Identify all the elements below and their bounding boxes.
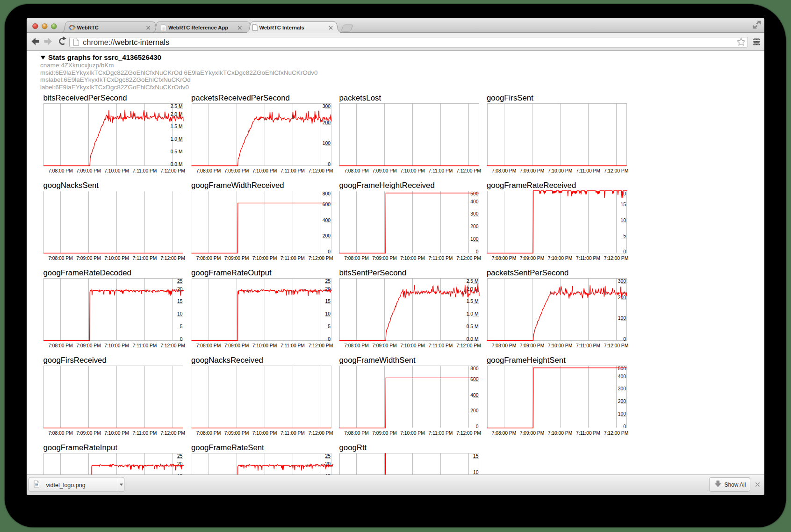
svg-text:0: 0 (476, 249, 479, 254)
svg-text:googFrameWidthSent: googFrameWidthSent (339, 356, 416, 365)
svg-text:500: 500 (618, 366, 626, 371)
svg-text:packetsSentPerSecond: packetsSentPerSecond (487, 268, 568, 277)
svg-text:7:10:00 PM: 7:10:00 PM (400, 343, 425, 348)
svg-text:7:10:00 PM: 7:10:00 PM (548, 431, 573, 436)
svg-text:googFrameHeightSent: googFrameHeightSent (487, 356, 566, 365)
svg-text:7:08:00 PM: 7:08:00 PM (492, 343, 517, 348)
svg-text:100: 100 (618, 316, 626, 321)
svg-text:200: 200 (470, 408, 478, 413)
svg-text:7:11:00 PM: 7:11:00 PM (133, 343, 157, 348)
svg-text:400: 400 (323, 217, 331, 223)
svg-text:7:08:00 PM: 7:08:00 PM (492, 168, 517, 173)
svg-text:7:09:00 PM: 7:09:00 PM (372, 343, 397, 348)
svg-text:googFrameRateReceived: googFrameRateReceived (487, 181, 576, 190)
svg-text:500: 500 (470, 191, 478, 196)
svg-text:0: 0 (328, 336, 331, 341)
svg-text:400: 400 (470, 392, 478, 397)
svg-text:25: 25 (325, 279, 331, 284)
svg-text:300: 300 (618, 279, 626, 284)
svg-text:7:11:00 PM: 7:11:00 PM (280, 256, 305, 261)
svg-text:15: 15 (177, 299, 183, 304)
svg-text:7:09:00 PM: 7:09:00 PM (520, 256, 545, 261)
svg-text:googNacksSent: googNacksSent (43, 181, 99, 190)
svg-text:WebRTC Reference App: WebRTC Reference App (168, 25, 228, 30)
svg-text:0: 0 (623, 336, 626, 341)
svg-text:7:12:00 PM: 7:12:00 PM (160, 256, 185, 261)
svg-text:googNacksReceived: googNacksReceived (191, 356, 263, 365)
svg-text:7:12:00 PM: 7:12:00 PM (604, 256, 629, 261)
svg-text:7:09:00 PM: 7:09:00 PM (224, 168, 249, 173)
svg-text:1.0 M: 1.0 M (171, 137, 183, 142)
svg-text:7:08:00 PM: 7:08:00 PM (48, 431, 73, 436)
svg-text:Stats graphs for ssrc_41365264: Stats graphs for ssrc_4136526430 (48, 53, 161, 61)
svg-text:200: 200 (618, 399, 626, 404)
svg-text:mslabel:6E9laEYkyxIkTCxDgc82ZG: mslabel:6E9laEYkyxIkTCxDgc82ZGoEhlCfxNuC… (40, 76, 191, 83)
svg-text:7:12:00 PM: 7:12:00 PM (604, 431, 629, 436)
svg-text:googFrameWidthReceived: googFrameWidthReceived (191, 181, 284, 190)
svg-text:cname:4ZXkrucxjuzp/bKm: cname:4ZXkrucxjuzp/bKm (40, 62, 114, 69)
svg-text:7:08:00 PM: 7:08:00 PM (196, 256, 221, 261)
svg-text:7:10:00 PM: 7:10:00 PM (104, 431, 129, 436)
svg-text:10: 10 (473, 469, 479, 474)
svg-text:2.5 M: 2.5 M (171, 104, 183, 109)
svg-text:7:12:00 PM: 7:12:00 PM (456, 431, 481, 436)
svg-text:7:10:00 PM: 7:10:00 PM (104, 168, 129, 173)
svg-text:10: 10 (325, 311, 331, 316)
svg-text:googFirsSent: googFirsSent (487, 93, 533, 102)
svg-text:7:08:00 PM: 7:08:00 PM (344, 431, 369, 436)
svg-text:7:11:00 PM: 7:11:00 PM (133, 168, 157, 173)
svg-text:5: 5 (328, 324, 331, 329)
svg-text:Show All: Show All (724, 482, 746, 488)
svg-text:25: 25 (177, 279, 183, 284)
svg-text:7:09:00 PM: 7:09:00 PM (520, 343, 545, 348)
svg-text:7:12:00 PM: 7:12:00 PM (604, 168, 629, 173)
svg-text:100: 100 (470, 237, 478, 242)
svg-text:7:08:00 PM: 7:08:00 PM (344, 343, 369, 348)
svg-text:25: 25 (325, 453, 331, 459)
svg-text:7:10:00 PM: 7:10:00 PM (252, 168, 277, 173)
svg-text:googFrameRateSent: googFrameRateSent (191, 443, 264, 452)
svg-text:0: 0 (180, 336, 183, 341)
svg-text:1.0 M: 1.0 M (467, 311, 479, 316)
svg-text:300: 300 (618, 386, 626, 391)
svg-text:googFrameRateOutput: googFrameRateOutput (191, 268, 272, 277)
svg-text:WebRTC Internals: WebRTC Internals (259, 25, 304, 30)
svg-text:15: 15 (325, 299, 331, 304)
svg-text:7:08:00 PM: 7:08:00 PM (48, 343, 73, 348)
svg-text:1.5 M: 1.5 M (467, 299, 479, 304)
svg-text:7:10:00 PM: 7:10:00 PM (548, 343, 573, 348)
svg-text:7:08:00 PM: 7:08:00 PM (492, 431, 517, 436)
svg-text:800: 800 (323, 191, 331, 196)
svg-text:400: 400 (470, 199, 478, 204)
svg-text:7:10:00 PM: 7:10:00 PM (252, 343, 277, 348)
svg-text:0.0 M: 0.0 M (467, 336, 479, 341)
svg-text:7:10:00 PM: 7:10:00 PM (104, 256, 129, 261)
svg-text:0: 0 (328, 249, 331, 254)
svg-text:packetsReceivedPerSecond: packetsReceivedPerSecond (191, 93, 290, 102)
svg-text:7:09:00 PM: 7:09:00 PM (224, 256, 249, 261)
svg-text:15: 15 (473, 453, 479, 459)
svg-text:0: 0 (328, 161, 331, 166)
svg-text:7:11:00 PM: 7:11:00 PM (429, 343, 453, 348)
svg-text:0: 0 (623, 249, 626, 254)
svg-text:7:09:00 PM: 7:09:00 PM (224, 431, 249, 436)
svg-text:1.5 M: 1.5 M (171, 124, 183, 129)
svg-text:7:12:00 PM: 7:12:00 PM (160, 343, 185, 348)
svg-text:vidtel_logo.png: vidtel_logo.png (46, 482, 86, 488)
svg-text:10: 10 (621, 217, 626, 223)
svg-text:bitsReceivedPerSecond: bitsReceivedPerSecond (43, 93, 127, 102)
svg-text:7:08:00 PM: 7:08:00 PM (492, 256, 517, 261)
svg-text:200: 200 (323, 233, 331, 238)
svg-text:100: 100 (323, 141, 331, 146)
svg-text:7:11:00 PM: 7:11:00 PM (429, 256, 453, 261)
svg-text:0: 0 (623, 424, 626, 429)
svg-text:7:11:00 PM: 7:11:00 PM (576, 343, 600, 348)
svg-text:7:11:00 PM: 7:11:00 PM (280, 431, 305, 436)
svg-text:7:11:00 PM: 7:11:00 PM (133, 431, 157, 436)
svg-text:7:09:00 PM: 7:09:00 PM (224, 343, 249, 348)
svg-text:5: 5 (623, 233, 626, 238)
svg-text:7:09:00 PM: 7:09:00 PM (520, 168, 545, 173)
svg-text:7:11:00 PM: 7:11:00 PM (576, 168, 600, 173)
svg-text:5: 5 (180, 324, 183, 329)
svg-text:7:12:00 PM: 7:12:00 PM (309, 168, 333, 173)
